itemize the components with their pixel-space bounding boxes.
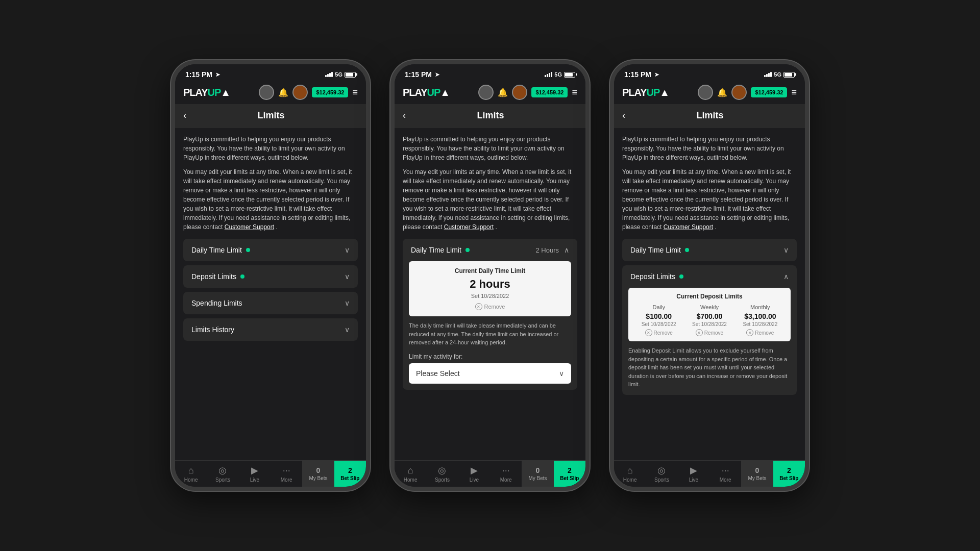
nav-more-3[interactable]: ··· More <box>709 461 741 487</box>
page-title-3: Limits <box>633 110 787 121</box>
bell-icon-1: 🔔 <box>278 88 288 97</box>
nav-mybets-3[interactable]: 0 My Bets <box>741 461 773 487</box>
dot-daily-1 <box>246 248 250 252</box>
signal-bars-2 <box>545 72 552 77</box>
customer-support-link-2[interactable]: Customer Support <box>444 223 494 231</box>
accordion-header-daily-1[interactable]: Daily Time Limit ∨ <box>183 239 358 261</box>
chevron-deposit-1: ∨ <box>345 272 350 281</box>
daily-value-display-2: 2 Hours <box>535 246 559 254</box>
hamburger-1[interactable]: ≡ <box>352 87 358 98</box>
home-icon-1: ⌂ <box>188 465 194 476</box>
accordion-header-daily-2[interactable]: Daily Time Limit 2 Hours ∧ <box>403 239 577 261</box>
deposit-content-3: Current Deposit Limits Daily $100.00 Set… <box>622 288 797 395</box>
home-icon-3: ⌂ <box>627 465 633 476</box>
intro-text-3: PlayUp is committed to helping you enjoy… <box>622 135 797 232</box>
status-bar-2: 1:15 PM ➤ 5G <box>395 64 585 81</box>
back-button-1[interactable]: ‹ <box>183 110 186 121</box>
nav-sports-1[interactable]: ◎ Sports <box>207 461 238 487</box>
nav-live-2[interactable]: ▶ Live <box>458 461 490 487</box>
hamburger-3[interactable]: ≡ <box>791 87 797 98</box>
customer-support-link-3[interactable]: Customer Support <box>664 223 713 231</box>
nav-live-3[interactable]: ▶ Live <box>678 461 709 487</box>
status-icons-2: 5G <box>545 71 575 78</box>
nav-more-1[interactable]: ··· More <box>271 461 302 487</box>
page-header-2: ‹ Limits <box>395 104 585 128</box>
dot-deposit-1 <box>240 274 244 279</box>
balance-badge-3: $12,459.32 <box>751 87 787 97</box>
chevron-daily-1: ∨ <box>345 246 350 254</box>
accordion-header-deposit-3[interactable]: Deposit Limits ∧ <box>622 265 797 288</box>
deposit-col-monthly-3: Monthly $3,100.00 Set 10/28/2022 ✕ Remov… <box>735 304 786 336</box>
nav-home-3[interactable]: ⌂ Home <box>614 461 646 487</box>
more-icon-2: ··· <box>502 465 510 476</box>
header-icons-3: 🔔 $12,459.32 ≡ <box>698 85 797 100</box>
back-button-3[interactable]: ‹ <box>622 110 625 121</box>
remove-btn-daily-2[interactable]: ✕ Remove <box>415 303 565 310</box>
intro-text-1: PlayUp is committed to helping you enjoy… <box>183 135 358 232</box>
nav-sports-3[interactable]: ◎ Sports <box>646 461 677 487</box>
nav-home-1[interactable]: ⌂ Home <box>175 461 207 487</box>
more-icon-3: ··· <box>722 465 729 476</box>
accordion-deposit-3: Deposit Limits ∧ Current Deposit Limits … <box>622 265 797 395</box>
header-icons-2: 🔔 $12,459.32 ≡ <box>478 85 577 100</box>
nav-home-2[interactable]: ⌂ Home <box>395 461 426 487</box>
accordion-header-deposit-1[interactable]: Deposit Limits ∨ <box>183 265 358 288</box>
dropdown-chevron-2: ∨ <box>559 369 564 378</box>
accordion-header-history-1[interactable]: Limits History ∨ <box>183 318 358 341</box>
bottom-nav-1: ⌂ Home ◎ Sports ▶ Live ··· More 0 My Bet… <box>175 460 366 487</box>
please-select-dropdown-2[interactable]: Please Select ∨ <box>409 363 571 384</box>
home-icon-2: ⌂ <box>408 465 413 476</box>
status-time-1: 1:15 PM ➤ <box>185 70 220 79</box>
app-header-2: PLAYUP▲ 🔔 $12,459.32 ≡ <box>395 81 585 104</box>
battery-icon-3 <box>783 72 795 78</box>
daily-desc-2: The daily time limit will take please im… <box>409 321 571 347</box>
nav-sports-2[interactable]: ◎ Sports <box>426 461 458 487</box>
content-1: PlayUp is committed to helping you enjoy… <box>175 128 366 460</box>
remove-x-icon-2: ✕ <box>475 303 482 310</box>
customer-support-link-1[interactable]: Customer Support <box>225 223 274 231</box>
remove-daily-3[interactable]: ✕ Remove <box>633 329 684 336</box>
content-2: PlayUp is committed to helping you enjoy… <box>395 128 585 460</box>
nav-mybets-1[interactable]: 0 My Bets <box>302 461 334 487</box>
accordion-deposit-1: Deposit Limits ∨ <box>183 265 358 288</box>
bell-icon-3: 🔔 <box>717 88 727 97</box>
status-bar-1: 1:15 PM ➤ 5G <box>175 64 366 81</box>
user-avatar-3 <box>731 85 747 100</box>
status-bar-3: 1:15 PM ➤ 5G <box>614 64 805 81</box>
bottom-nav-3: ⌂ Home ◎ Sports ▶ Live ··· More 0 My Bet… <box>614 460 805 487</box>
live-icon-1: ▶ <box>251 465 258 476</box>
accordion-2: Daily Time Limit 2 Hours ∧ Current Daily… <box>403 239 577 390</box>
dot-deposit-3 <box>679 274 683 279</box>
chevron-deposit-3: ∧ <box>783 272 789 281</box>
nav-mybets-2[interactable]: 0 My Bets <box>522 461 553 487</box>
accordion-header-spending-1[interactable]: Spending Limits ∨ <box>183 292 358 314</box>
balance-badge-1: $12,459.32 <box>312 87 348 97</box>
accordion-daily-2: Daily Time Limit 2 Hours ∧ Current Daily… <box>403 239 577 390</box>
battery-icon-2 <box>564 72 575 78</box>
chevron-daily-2: ∧ <box>564 246 569 254</box>
status-icons-1: 5G <box>325 71 356 78</box>
back-button-2[interactable]: ‹ <box>403 110 406 121</box>
nav-betslip-2[interactable]: 2 Bet Slip <box>554 461 585 487</box>
page-header-1: ‹ Limits <box>175 104 366 128</box>
content-3: PlayUp is committed to helping you enjoy… <box>614 128 805 460</box>
accordion-header-daily-3[interactable]: Daily Time Limit ∨ <box>622 239 797 261</box>
remove-weekly-3[interactable]: ✕ Remove <box>684 329 734 336</box>
avatar-1 <box>259 85 274 100</box>
avatar-2 <box>478 85 494 100</box>
page-title-2: Limits <box>414 110 567 121</box>
accordion-3: Daily Time Limit ∨ Deposit Limits ∧ <box>622 239 797 395</box>
nav-live-1[interactable]: ▶ Live <box>239 461 271 487</box>
chevron-daily-3: ∨ <box>783 246 789 254</box>
hamburger-2[interactable]: ≡ <box>572 87 577 98</box>
nav-betslip-3[interactable]: 2 Bet Slip <box>773 461 805 487</box>
current-limit-box-2: Current Daily Time Limit 2 hours Set 10/… <box>409 261 571 316</box>
remove-monthly-3[interactable]: ✕ Remove <box>735 329 786 336</box>
status-icons-3: 5G <box>764 71 795 78</box>
app-header-3: PLAYUP▲ 🔔 $12,459.32 ≡ <box>614 81 805 104</box>
remove-x-monthly-3: ✕ <box>746 329 753 336</box>
nav-betslip-1[interactable]: 2 Bet Slip <box>334 461 366 487</box>
logo-3: PLAYUP▲ <box>622 87 669 98</box>
nav-more-2[interactable]: ··· More <box>490 461 522 487</box>
bottom-nav-2: ⌂ Home ◎ Sports ▶ Live ··· More 0 My Bet… <box>395 460 585 487</box>
